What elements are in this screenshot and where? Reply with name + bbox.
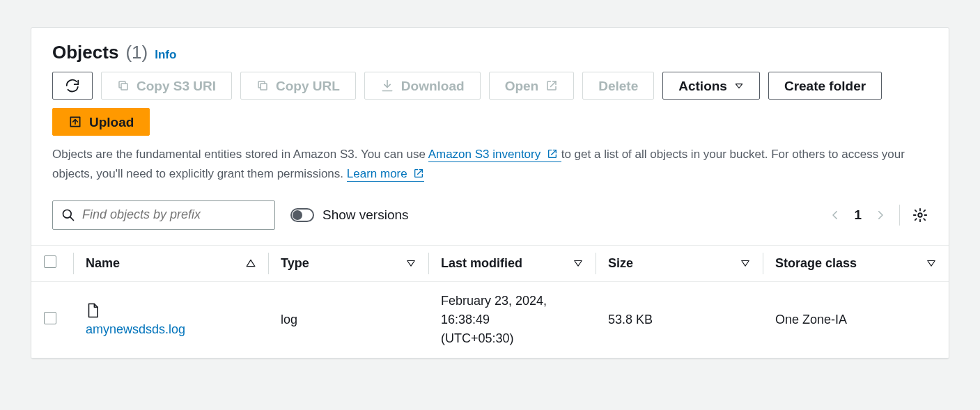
desc-part1: Objects are the fundamental entities sto… — [52, 148, 428, 161]
inventory-link[interactable]: Amazon S3 inventory — [428, 148, 561, 162]
upload-label: Upload — [89, 116, 134, 129]
actions-button[interactable]: Actions — [662, 72, 760, 100]
column-type[interactable]: Type — [268, 245, 428, 281]
sort-icon — [740, 256, 750, 271]
info-link[interactable]: Info — [155, 48, 176, 62]
svg-point-3 — [918, 213, 922, 217]
svg-rect-1 — [260, 84, 267, 90]
divider — [899, 205, 900, 226]
download-label: Download — [401, 79, 465, 93]
copy-icon — [117, 79, 130, 92]
column-name[interactable]: Name — [73, 245, 268, 281]
panel-title: Objects — [52, 42, 118, 63]
sort-asc-icon — [246, 256, 256, 271]
show-versions-toggle-wrap: Show versions — [290, 207, 409, 223]
cell-size: 53.8 KB — [596, 281, 763, 358]
settings-button[interactable] — [912, 207, 928, 223]
external-link-icon — [413, 168, 424, 182]
open-label: Open — [505, 79, 539, 93]
external-link-icon — [547, 149, 561, 162]
column-storage-class[interactable]: Storage class — [763, 245, 949, 281]
external-link-icon — [545, 79, 558, 92]
delete-label: Delete — [598, 79, 638, 93]
page-number: 1 — [854, 207, 862, 223]
objects-table: Name Type — [31, 245, 949, 358]
open-button[interactable]: Open — [489, 72, 575, 100]
delete-button[interactable]: Delete — [582, 72, 654, 100]
pagination: 1 — [829, 205, 928, 226]
toolbar: Copy S3 URI Copy URL Download Open — [52, 72, 928, 136]
create-folder-label: Create folder — [784, 79, 866, 93]
refresh-icon — [65, 78, 80, 93]
table-row[interactable]: amynewsdsds.log log February 23, 2024, 1… — [31, 281, 949, 358]
show-versions-toggle[interactable] — [290, 208, 314, 222]
search-box[interactable] — [52, 200, 275, 230]
download-icon — [380, 79, 394, 93]
column-size[interactable]: Size — [596, 245, 763, 281]
refresh-button[interactable] — [52, 72, 93, 100]
panel-description: Objects are the fundamental entities sto… — [52, 145, 916, 185]
create-folder-button[interactable]: Create folder — [768, 72, 882, 100]
prev-page-button[interactable] — [829, 209, 841, 221]
select-all-header — [31, 245, 73, 281]
objects-panel: Objects (1) Info Copy S3 URI — [31, 28, 949, 358]
cell-type: log — [268, 281, 428, 358]
copy-s3-uri-label: Copy S3 URI — [137, 79, 216, 93]
panel-header: Objects (1) Info — [52, 42, 928, 63]
learn-more-link[interactable]: Learn more — [347, 167, 425, 182]
show-versions-label: Show versions — [322, 207, 409, 223]
upload-button[interactable]: Upload — [52, 108, 150, 136]
upload-icon — [68, 115, 82, 129]
next-page-button[interactable] — [874, 209, 887, 221]
copy-url-button[interactable]: Copy URL — [240, 72, 356, 100]
svg-point-2 — [63, 210, 72, 218]
select-all-checkbox[interactable] — [44, 255, 56, 268]
filter-row: Show versions 1 — [52, 200, 928, 230]
sort-icon — [573, 256, 583, 271]
column-last-modified[interactable]: Last modified — [428, 245, 596, 281]
object-name-link[interactable]: amynewsdsds.log — [86, 322, 185, 337]
caret-down-icon — [734, 81, 744, 90]
svg-rect-0 — [121, 84, 127, 90]
actions-label: Actions — [678, 79, 727, 93]
copy-s3-uri-button[interactable]: Copy S3 URI — [101, 72, 232, 100]
sort-icon — [926, 256, 936, 271]
copy-url-label: Copy URL — [276, 79, 340, 93]
row-checkbox[interactable] — [44, 312, 56, 324]
cell-last-modified: February 23, 2024, 16:38:49 (UTC+05:30) — [428, 281, 596, 358]
download-button[interactable]: Download — [364, 72, 481, 100]
search-input[interactable] — [81, 207, 266, 223]
file-icon — [86, 303, 100, 318]
copy-icon — [256, 79, 269, 92]
cell-storage-class: One Zone-IA — [763, 281, 949, 358]
sort-icon — [406, 256, 416, 271]
search-icon — [61, 208, 75, 222]
object-count: (1) — [125, 42, 148, 63]
